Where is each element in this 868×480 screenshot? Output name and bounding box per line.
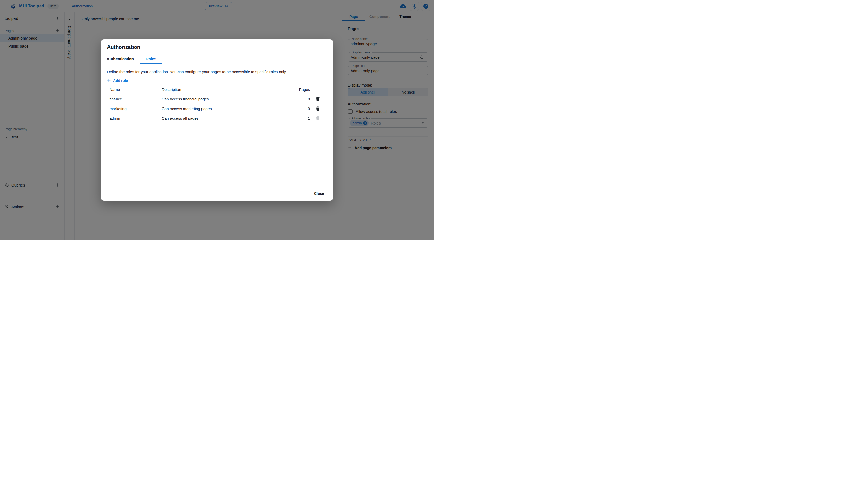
- role-description: Can access marketing pages.: [162, 107, 293, 111]
- table-row-marketing: marketing Can access marketing pages. 0: [110, 104, 324, 113]
- trash-icon: [315, 116, 320, 121]
- trash-icon: [315, 106, 320, 111]
- role-pages-count: 0: [293, 107, 311, 111]
- dialog-tabs: Authentication Roles: [101, 54, 333, 64]
- roles-description: Define the roles for your application. Y…: [107, 69, 321, 74]
- role-description: Can access financial pages.: [162, 97, 293, 101]
- dialog-title: Authorization: [107, 44, 140, 50]
- roles-table-header: Name Description Pages: [110, 85, 324, 94]
- tab-authentication[interactable]: Authentication: [101, 54, 140, 64]
- role-description: Can access all pages.: [162, 116, 293, 120]
- column-description: Description: [162, 87, 293, 92]
- close-button[interactable]: Close: [310, 189, 328, 198]
- role-name: finance: [110, 97, 162, 101]
- role-pages-count: 0: [293, 97, 311, 101]
- delete-role-button-disabled: [313, 114, 322, 122]
- add-role-button[interactable]: Add role: [106, 77, 128, 84]
- roles-table: Name Description Pages finance Can acces…: [110, 85, 324, 123]
- table-row-finance: finance Can access financial pages. 0: [110, 94, 324, 104]
- role-pages-count: 1: [293, 116, 311, 120]
- column-name: Name: [110, 87, 162, 92]
- table-row-admin: admin Can access all pages. 1: [110, 113, 324, 123]
- role-name: marketing: [110, 107, 162, 111]
- delete-role-button[interactable]: [313, 95, 322, 103]
- trash-icon: [315, 96, 320, 101]
- authorization-dialog: Authorization Authentication Roles Defin…: [101, 39, 333, 201]
- plus-icon: [106, 78, 111, 83]
- column-pages: Pages: [293, 87, 311, 92]
- role-name: admin: [110, 116, 162, 120]
- add-role-label: Add role: [113, 79, 128, 83]
- tab-roles[interactable]: Roles: [140, 54, 162, 64]
- delete-role-button[interactable]: [313, 104, 322, 113]
